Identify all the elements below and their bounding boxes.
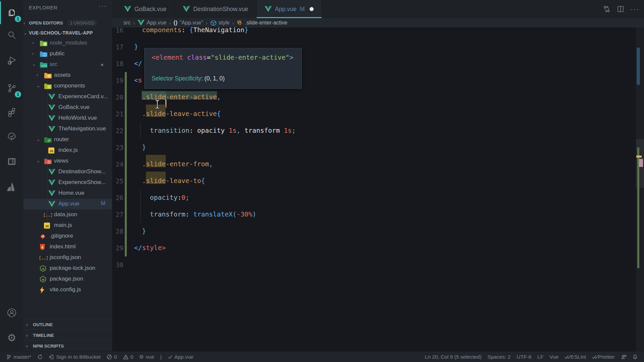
tree-item-goback-vue[interactable]: GoBack.vue <box>23 102 112 113</box>
code-line-20[interactable]: 20 .slide-enter-active, <box>112 89 644 106</box>
tree-item-destinationshow-[interactable]: DestinationShow... <box>23 167 112 177</box>
activity-settings-button[interactable]: ⚙ <box>4 330 20 346</box>
activity-testing-button[interactable] <box>4 129 20 145</box>
code-line-22[interactable]: 22 transition: opacity 1s, transform 1s; <box>112 122 644 139</box>
tree-item-router[interactable]: ⌄router <box>23 134 112 145</box>
activity-source-control-button[interactable]: 1 <box>4 80 20 96</box>
tree-item-main-js[interactable]: JSmain.js <box>23 220 112 231</box>
unsaved-dot-icon[interactable] <box>310 7 314 11</box>
open-editors-label: OPEN EDITORS <box>29 20 63 25</box>
status-indentation[interactable]: Spaces: 2 <box>484 352 514 362</box>
npm-file-icon: JS <box>40 265 48 272</box>
tree-item-jsconfig-json[interactable]: {..}jsconfig.json <box>23 252 112 263</box>
sidebar-section-npm-scripts[interactable]: ›NPM SCRIPTS <box>23 340 112 351</box>
json-file-icon: {..} <box>44 212 52 218</box>
activity-accounts-button[interactable] <box>4 305 20 321</box>
tree-item-helloworld-vue[interactable]: HelloWorld.vue <box>23 113 112 124</box>
tree-item-thenavigation-vue[interactable]: TheNavigation.vue <box>23 124 112 134</box>
tree-item-index-js[interactable]: JSindex.js <box>23 145 112 156</box>
tab-bar: GoBack.vueDestinationShow.vueApp.vueM <box>112 0 644 18</box>
tree-item-experiencecard-v-[interactable]: ExperienceCard.v... <box>23 92 112 102</box>
tree-item-label: TheNavigation.vue <box>58 125 106 132</box>
split-icon[interactable] <box>617 6 624 12</box>
tree-item-vite-config-js[interactable]: vite.config.js <box>23 285 112 295</box>
tab-goback-vue[interactable]: GoBack.vue <box>116 0 175 18</box>
tree-item-package-lock-json[interactable]: JSpackage-lock.json <box>23 263 112 274</box>
ellipsis-icon[interactable]: ··· <box>631 5 639 13</box>
tree-item-app-vue[interactable]: App.vueM <box>23 199 112 209</box>
tree-item-index-html[interactable]: 5index.html <box>23 242 112 252</box>
code-line-26[interactable]: 26 opacity:0; <box>112 189 644 206</box>
status-bitbucket-signin[interactable]: Sign in to Bitbucket <box>46 352 104 362</box>
code-line-21[interactable]: 21 .slide-leave-active{ <box>112 106 644 122</box>
tree-item-home-vue[interactable]: Home.vue <box>23 188 112 199</box>
activity-run-debug-button[interactable] <box>4 53 20 69</box>
tree-item-label: components <box>54 82 85 89</box>
compare-icon[interactable] <box>603 5 610 13</box>
code-line-23[interactable]: 23 } <box>112 139 644 156</box>
tree-item-components[interactable]: ⌄components <box>23 81 112 92</box>
active-indicator <box>0 1 1 24</box>
status-vue-file-check[interactable]: App.vue <box>165 352 197 362</box>
tree-item-assets[interactable]: ›assets <box>23 70 112 81</box>
code-line-30[interactable]: 30 <box>112 256 644 273</box>
code-line-27[interactable]: 27 transform: translateX(-30%) <box>112 206 644 223</box>
status-label: vue <box>146 354 154 360</box>
line-number: 23 <box>112 139 123 156</box>
status-eol[interactable]: LF <box>534 352 546 362</box>
status-feedback[interactable] <box>618 352 630 362</box>
status-eslint[interactable]: ESLint <box>561 352 589 362</box>
tree-item--gitignore[interactable]: .gitignore <box>23 231 112 242</box>
tree-item-label: router <box>54 136 69 143</box>
tree-item-views[interactable]: ⌄views <box>23 156 112 167</box>
status-notifications[interactable] <box>630 352 641 362</box>
code-line-28[interactable]: 28 } <box>112 223 644 240</box>
tree-item-label: main.js <box>54 222 72 229</box>
tree-item-public[interactable]: ›public <box>23 49 112 59</box>
status-language-mode[interactable]: Vue <box>546 352 561 362</box>
code-text: </ <box>134 55 142 72</box>
status-encoding[interactable]: UTF-8 <box>514 352 534 362</box>
status-errors[interactable]: 0 <box>104 352 120 362</box>
git-file-icon <box>40 233 48 240</box>
activity-explorer-button[interactable]: 1 <box>4 5 20 21</box>
status-warnings[interactable]: 0 <box>120 352 137 362</box>
activity-atlassian-button[interactable] <box>4 179 20 195</box>
tooltip-specificity: Selector Specificity: (0, 1, 0) <box>152 75 225 82</box>
activity-extensions-button[interactable] <box>4 104 20 120</box>
tree-item-data-json[interactable]: {..}data.json <box>23 209 112 220</box>
open-editors-header[interactable]: › OPEN EDITORS 1 UNSAVED <box>23 18 112 27</box>
status-vue-language[interactable]: ⚙vue <box>136 352 157 362</box>
git-modified-gutter <box>125 89 127 106</box>
project-root-header[interactable]: ⌄ VUE-SCHOOL-TRAVEL-APP <box>23 28 112 38</box>
tree-item-experienceshow-[interactable]: ExperienceShow... <box>23 177 112 188</box>
chevron-down-icon: ⌄ <box>32 62 36 67</box>
tree-item-node-modules[interactable]: ›node_modules <box>23 38 112 49</box>
code-text: components: {TheNavigation} <box>134 22 249 39</box>
status-label: 0 <box>130 354 133 360</box>
sidebar-section-outline[interactable]: ›OUTLINE <box>23 319 112 330</box>
sidebar-section-timeline[interactable]: ›TIMELINE <box>23 329 112 341</box>
status-prettier[interactable]: Prettier <box>589 352 618 362</box>
status-sync[interactable] <box>34 352 46 362</box>
activity-panel-layout-button[interactable] <box>4 154 20 170</box>
tab-app-vue[interactable]: App.vueM <box>257 0 322 18</box>
code-line-25[interactable]: 25 .slide-leave-to{ <box>112 173 644 189</box>
tree-item-package-json[interactable]: JSpackage.json <box>23 274 112 285</box>
chevron-right-icon: › <box>26 333 30 338</box>
vue-file-icon <box>48 115 56 122</box>
status-left: master*Sign in to Bitbucket00⚙vue|App.vu… <box>3 352 197 362</box>
status-git-branch[interactable]: master* <box>3 352 34 362</box>
tree-item-src[interactable]: ⌄</>src <box>23 59 112 70</box>
svg-text:{..}: {..} <box>44 213 52 218</box>
code-line-24[interactable]: 24 .slide-enter-from, <box>112 156 644 173</box>
tab-destinationshow-vue[interactable]: DestinationShow.vue <box>175 0 256 18</box>
more-actions-icon[interactable]: ··· <box>99 3 107 10</box>
status-cursor-position[interactable]: Ln 20, Col 9 (5 selected) <box>422 352 485 362</box>
code-line-29[interactable]: 29</style> <box>112 240 644 256</box>
activity-bar: 11⚙ <box>0 0 23 351</box>
git-modified-gutter <box>125 173 127 189</box>
code-line-16[interactable]: 16 components: {TheNavigation} <box>112 22 644 39</box>
activity-search-button[interactable] <box>4 27 20 43</box>
double-check-icon <box>565 355 571 359</box>
